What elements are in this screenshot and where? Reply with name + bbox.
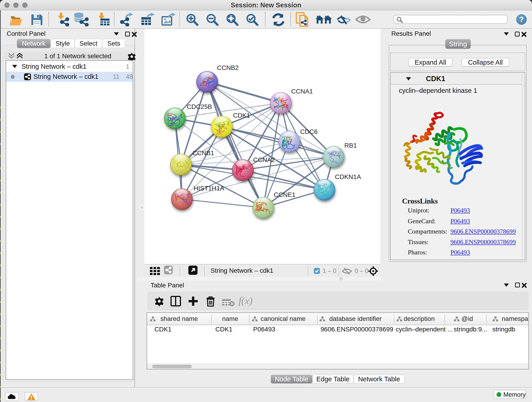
svg-text:HIST1H1A: HIST1H1A	[194, 185, 224, 192]
svg-text:CDC6: CDC6	[300, 128, 317, 135]
svg-text:CDC25B: CDC25B	[187, 103, 212, 110]
svg-text:CDKN1A: CDKN1A	[335, 173, 361, 180]
svg-text:CCNA2: CCNA2	[253, 156, 275, 163]
svg-text:CCNB2: CCNB2	[217, 64, 239, 71]
svg-text:CCNE1: CCNE1	[274, 191, 296, 198]
svg-text:CCNB1: CCNB1	[192, 149, 214, 157]
svg-text:RB1: RB1	[344, 142, 357, 149]
svg-text:CCNA1: CCNA1	[291, 88, 313, 95]
svg-text:CDK1: CDK1	[233, 112, 250, 119]
